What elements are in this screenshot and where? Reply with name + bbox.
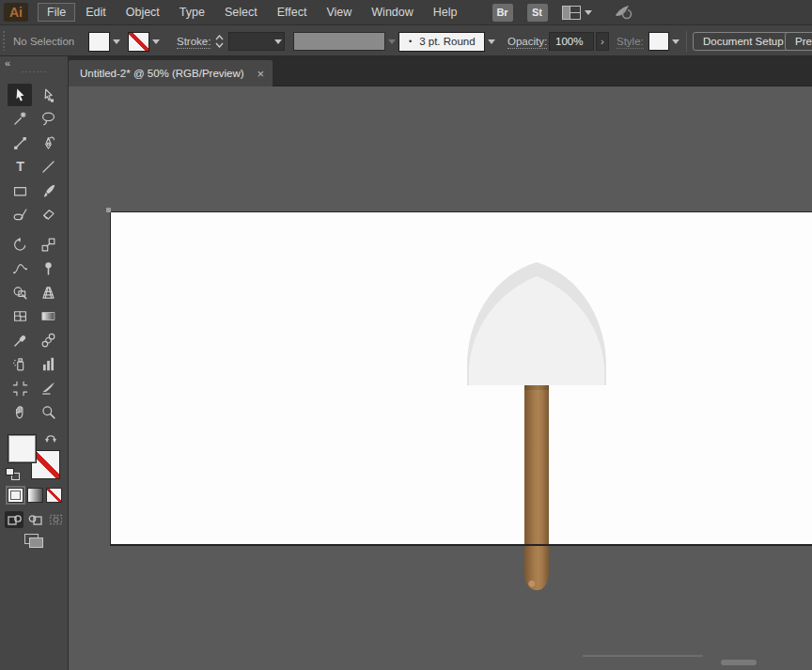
app-logo-icon: Ai bbox=[4, 3, 28, 22]
stroke-color-dropdown[interactable] bbox=[128, 32, 162, 51]
style-chevron-down-icon[interactable] bbox=[669, 32, 681, 52]
document-tab-title: Untitled-2* @ 50% (RGB/Preview) bbox=[69, 68, 244, 79]
stroke-weight-dropdown[interactable] bbox=[228, 32, 285, 51]
opacity-input[interactable]: 100% bbox=[549, 32, 594, 51]
menu-bar: Ai FileEditObjectTypeSelectEffectViewWin… bbox=[0, 0, 812, 24]
stroke-panel-link[interactable]: Stroke: bbox=[177, 32, 211, 51]
horizontal-scrollbar-thumb[interactable] bbox=[721, 660, 757, 665]
horizontal-scrollbar-track[interactable] bbox=[583, 655, 703, 657]
width-profile-dropdown[interactable] bbox=[293, 32, 398, 51]
menu-list: FileEditObjectTypeSelectEffectViewWindow… bbox=[38, 3, 468, 22]
draw-inside-button[interactable] bbox=[46, 511, 65, 528]
fill-swatch[interactable] bbox=[88, 32, 110, 52]
menubar-right-icons: Br St bbox=[492, 3, 633, 22]
hand-tool[interactable] bbox=[8, 401, 32, 424]
controlbar-grip[interactable] bbox=[2, 30, 6, 51]
direct-selection-tool[interactable] bbox=[36, 84, 60, 106]
draw-normal-button[interactable] bbox=[5, 511, 23, 528]
menu-view[interactable]: View bbox=[317, 3, 361, 22]
menu-select[interactable]: Select bbox=[215, 3, 267, 22]
color-type-buttons bbox=[0, 488, 69, 505]
selection-tool[interactable] bbox=[8, 84, 32, 106]
drawing-mode-buttons bbox=[0, 511, 69, 530]
eyedropper-tool[interactable] bbox=[8, 329, 32, 351]
none-button[interactable] bbox=[46, 488, 62, 503]
fill-proxy-swatch[interactable] bbox=[8, 434, 37, 463]
stroke-weight-stepper[interactable] bbox=[213, 32, 225, 51]
color-button[interactable] bbox=[8, 488, 23, 503]
control-bar: No Selection Stroke: • bbox=[0, 24, 812, 56]
tools-panel: « T bbox=[0, 56, 69, 670]
brush-dot-icon: • bbox=[409, 37, 412, 46]
width-profile-chevron-down-icon bbox=[385, 32, 398, 52]
document-area: Untitled-2* @ 50% (RGB/Preview) × bbox=[69, 56, 812, 670]
opacity-options-button[interactable]: › bbox=[596, 32, 609, 51]
stroke-weight-chevron-down-icon[interactable] bbox=[272, 32, 284, 52]
pen-tool[interactable] bbox=[36, 132, 60, 154]
tab-close-icon[interactable]: × bbox=[248, 67, 273, 81]
document-tab[interactable]: Untitled-2* @ 50% (RGB/Preview) × bbox=[69, 60, 273, 86]
workspace-switcher-icon[interactable] bbox=[562, 6, 581, 20]
artboard bbox=[110, 211, 812, 545]
shovel-head-inner bbox=[469, 276, 604, 385]
gradient-tool[interactable] bbox=[36, 305, 60, 328]
bridge-button[interactable]: Br bbox=[492, 4, 513, 22]
tools-panel-grip[interactable] bbox=[21, 70, 47, 73]
graphic-style-dropdown[interactable] bbox=[648, 32, 681, 51]
magic-wand-tool[interactable] bbox=[8, 108, 32, 131]
rotate-tool[interactable] bbox=[8, 233, 32, 256]
controlbar-separator bbox=[686, 31, 687, 52]
stroke-chevron-down-icon[interactable] bbox=[149, 32, 162, 52]
stroke-swatch-none[interactable] bbox=[128, 32, 149, 52]
menu-file[interactable]: File bbox=[38, 3, 75, 22]
eraser-tool[interactable] bbox=[36, 204, 60, 226]
collapse-panel-button[interactable]: « bbox=[5, 57, 10, 69]
curvature-tool[interactable] bbox=[8, 132, 32, 154]
type-tool[interactable]: T bbox=[8, 156, 32, 179]
screen-mode-button[interactable] bbox=[24, 534, 45, 551]
column-graph-tool[interactable] bbox=[36, 353, 60, 376]
lasso-tool[interactable] bbox=[36, 108, 60, 131]
blend-tool[interactable] bbox=[36, 329, 60, 351]
brush-definition-dropdown[interactable]: • 3 pt. Round bbox=[398, 32, 497, 51]
slice-tool[interactable] bbox=[36, 377, 60, 399]
perspective-grid-tool[interactable] bbox=[36, 281, 60, 304]
menu-effect[interactable]: Effect bbox=[268, 3, 317, 22]
shaper-tool[interactable] bbox=[8, 204, 32, 226]
fill-chevron-down-icon[interactable] bbox=[110, 32, 122, 52]
brush-chevron-down-icon[interactable] bbox=[485, 32, 497, 52]
rectangle-tool[interactable] bbox=[8, 179, 32, 202]
gradient-button[interactable] bbox=[27, 488, 43, 503]
shape-builder-tool[interactable] bbox=[8, 281, 32, 304]
artboard-tool[interactable] bbox=[8, 377, 32, 399]
shovel-handle-shape bbox=[524, 379, 549, 590]
line-segment-tool[interactable] bbox=[36, 156, 60, 179]
width-tool[interactable] bbox=[8, 257, 32, 280]
shovel-head-shape bbox=[467, 258, 606, 385]
stock-button[interactable]: St bbox=[527, 4, 548, 22]
draw-behind-button[interactable] bbox=[25, 511, 44, 528]
document-tab-bar: Untitled-2* @ 50% (RGB/Preview) × bbox=[69, 56, 812, 86]
fill-color-dropdown[interactable] bbox=[88, 32, 122, 51]
menu-type[interactable]: Type bbox=[170, 3, 214, 22]
menu-edit[interactable]: Edit bbox=[76, 3, 116, 22]
scale-tool[interactable] bbox=[36, 233, 60, 256]
free-transform-tool[interactable] bbox=[36, 257, 60, 280]
zoom-tool[interactable] bbox=[36, 401, 60, 424]
menu-window[interactable]: Window bbox=[362, 3, 422, 22]
opacity-panel-link[interactable]: Opacity: bbox=[508, 32, 547, 51]
artboard-corner-handle bbox=[106, 208, 111, 212]
menu-help[interactable]: Help bbox=[424, 3, 467, 22]
default-fill-stroke-icon[interactable] bbox=[6, 468, 20, 480]
swap-fill-stroke-icon[interactable] bbox=[44, 430, 57, 447]
symbol-sprayer-tool[interactable] bbox=[8, 353, 32, 376]
workspace-chevron-down-icon[interactable] bbox=[585, 10, 592, 15]
paintbrush-tool[interactable] bbox=[36, 179, 60, 202]
mesh-tool[interactable] bbox=[8, 305, 32, 328]
menu-object[interactable]: Object bbox=[117, 3, 169, 22]
viewport[interactable] bbox=[69, 86, 812, 670]
gpu-performance-icon[interactable] bbox=[613, 3, 633, 22]
preferences-button[interactable]: Preferences bbox=[785, 32, 812, 51]
document-setup-button[interactable]: Document Setup bbox=[693, 32, 794, 51]
selection-status: No Selection bbox=[13, 32, 74, 51]
